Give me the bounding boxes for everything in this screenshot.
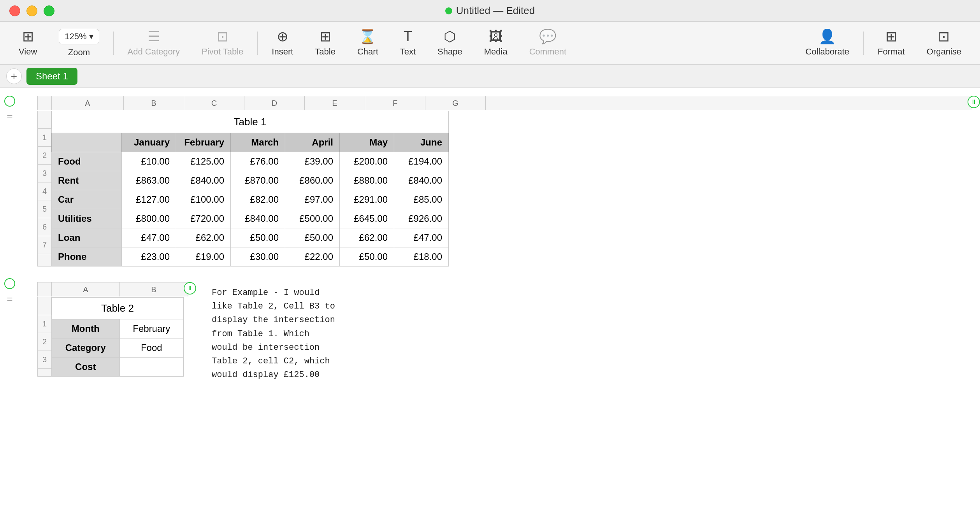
cell-loan-mar[interactable]: £50.00 (231, 228, 285, 247)
cell-food-jun[interactable]: £194.00 (394, 152, 449, 171)
title-bar: Untitled — Edited (0, 0, 980, 22)
cell-month-value[interactable]: February (119, 319, 183, 338)
cell-utilities-jan[interactable]: £800.00 (122, 209, 176, 228)
cell-cost-value[interactable] (119, 358, 183, 377)
chart-button[interactable]: ⌛ Chart (346, 30, 389, 57)
cell-rent-jun[interactable]: £840.00 (394, 171, 449, 190)
view-button[interactable]: ⊞ View (8, 30, 48, 57)
zoom-dropdown[interactable]: 125% ▾ (59, 29, 99, 44)
cell-loan-apr[interactable]: £50.00 (285, 228, 340, 247)
traffic-lights (9, 5, 54, 16)
cell-phone-apr[interactable]: £22.00 (285, 247, 340, 267)
cell-food-apr[interactable]: £39.00 (285, 152, 340, 171)
media-icon: 🖼 (489, 30, 503, 44)
zoom-value: 125% (65, 32, 86, 42)
cell-utilities-feb[interactable]: £720.00 (176, 209, 231, 228)
cell-phone-may[interactable]: £50.00 (340, 247, 394, 267)
table-row: Month February (52, 319, 184, 338)
cell-loan-may[interactable]: £62.00 (340, 228, 394, 247)
text-icon: T (404, 30, 412, 44)
row-num-7: 7 (38, 236, 52, 254)
cell-loan-jun[interactable]: £47.00 (394, 228, 449, 247)
cell-loan-jan[interactable]: £47.00 (122, 228, 176, 247)
cell-utilities-may[interactable]: £645.00 (340, 209, 394, 228)
equals-indicator-2: = (7, 293, 12, 305)
col-d-header: D (244, 96, 305, 110)
cell-rent-feb[interactable]: £840.00 (176, 171, 231, 190)
cell-category-value[interactable]: Food (119, 338, 183, 358)
table-row: Category Food (52, 338, 184, 358)
cell-car-feb[interactable]: £100.00 (176, 190, 231, 209)
add-sheet-button[interactable]: + (6, 68, 22, 84)
media-label: Media (484, 47, 508, 57)
col-header-january: January (122, 133, 176, 152)
format-button[interactable]: ⊞ Format (867, 30, 916, 57)
cell-rent-apr[interactable]: £860.00 (285, 171, 340, 190)
shape-button[interactable]: ⬡ Shape (427, 30, 473, 57)
cell-food-mar[interactable]: £76.00 (231, 152, 285, 171)
close-button[interactable] (9, 5, 20, 16)
cell-car-jan[interactable]: £127.00 (122, 190, 176, 209)
add-category-button[interactable]: ☰ Add Category (117, 30, 191, 57)
window-title-text: Untitled — Edited (456, 5, 535, 17)
cell-utilities-apr[interactable]: £500.00 (285, 209, 340, 228)
row-label-phone: Phone (52, 247, 122, 267)
cell-phone-feb[interactable]: £19.00 (176, 247, 231, 267)
cell-food-jan[interactable]: £10.00 (122, 152, 176, 171)
comment-button[interactable]: 💬 Comment (518, 30, 577, 57)
table2-section: A B ⏸ 1 2 3 (37, 282, 188, 377)
cell-utilities-jun[interactable]: £926.00 (394, 209, 449, 228)
cell-phone-jun[interactable]: £18.00 (394, 247, 449, 267)
col-header-march: March (231, 133, 285, 152)
organise-button[interactable]: ⊡ Organise (916, 30, 972, 57)
pause-button-2[interactable]: ⏸ (184, 282, 196, 295)
row-num-title (38, 111, 51, 129)
cell-loan-feb[interactable]: £62.00 (176, 228, 231, 247)
cell-utilities-mar[interactable]: £840.00 (231, 209, 285, 228)
row-num-t2-title (38, 297, 51, 315)
corner-cell-t2 (38, 282, 52, 296)
row-label-month: Month (52, 319, 120, 338)
cell-rent-mar[interactable]: £870.00 (231, 171, 285, 190)
row-label-category: Category (52, 338, 120, 358)
comment-label: Comment (529, 47, 566, 57)
cell-food-may[interactable]: £200.00 (340, 152, 394, 171)
minimize-button[interactable] (26, 5, 37, 16)
row-num-t2-2: 2 (38, 333, 52, 351)
sheets-bar: + Sheet 1 (0, 65, 980, 88)
table-button[interactable]: ⊞ Table (304, 30, 346, 57)
table-row: Phone £23.00 £19.00 £30.00 £22.00 £50.00… (52, 247, 449, 267)
cell-phone-jan[interactable]: £23.00 (122, 247, 176, 267)
pause-button-1[interactable]: ⏸ (968, 96, 980, 108)
cell-car-mar[interactable]: £82.00 (231, 190, 285, 209)
cell-food-feb[interactable]: £125.00 (176, 152, 231, 171)
zoom-control[interactable]: 125% ▾ Zoom (48, 29, 110, 58)
cell-car-jun[interactable]: £85.00 (394, 190, 449, 209)
view-label: View (19, 47, 37, 57)
toolbar-separator-1 (113, 32, 114, 55)
collaborate-button[interactable]: 👤 Collaborate (795, 30, 861, 57)
chevron-down-icon: ▾ (89, 32, 93, 42)
insert-button[interactable]: ⊕ Insert (261, 30, 304, 57)
pivot-table-button[interactable]: ⊡ Pivot Table (191, 30, 254, 57)
add-category-label: Add Category (128, 47, 180, 57)
col-header-april: April (285, 133, 340, 152)
row-label-loan: Loan (52, 228, 122, 247)
cell-rent-jan[interactable]: £863.00 (122, 171, 176, 190)
cell-car-apr[interactable]: £97.00 (285, 190, 340, 209)
text-button[interactable]: T Text (389, 30, 427, 57)
table-row: Loan £47.00 £62.00 £50.00 £50.00 £62.00 … (52, 228, 449, 247)
sheet-tab-1[interactable]: Sheet 1 (26, 68, 77, 85)
row-num-3: 3 (38, 165, 52, 182)
row-label-car: Car (52, 190, 122, 209)
title-dot-icon (445, 7, 452, 14)
cell-rent-may[interactable]: £880.00 (340, 171, 394, 190)
media-button[interactable]: 🖼 Media (473, 30, 518, 57)
toolbar: ⊞ View 125% ▾ Zoom ☰ Add Category ⊡ Pivo… (0, 22, 980, 65)
cell-phone-mar[interactable]: £30.00 (231, 247, 285, 267)
col-header-february: February (176, 133, 231, 152)
row-num-1: 1 (38, 129, 52, 147)
maximize-button[interactable] (44, 5, 54, 16)
cell-car-may[interactable]: £291.00 (340, 190, 394, 209)
row-num-t2-3: 3 (38, 351, 52, 369)
